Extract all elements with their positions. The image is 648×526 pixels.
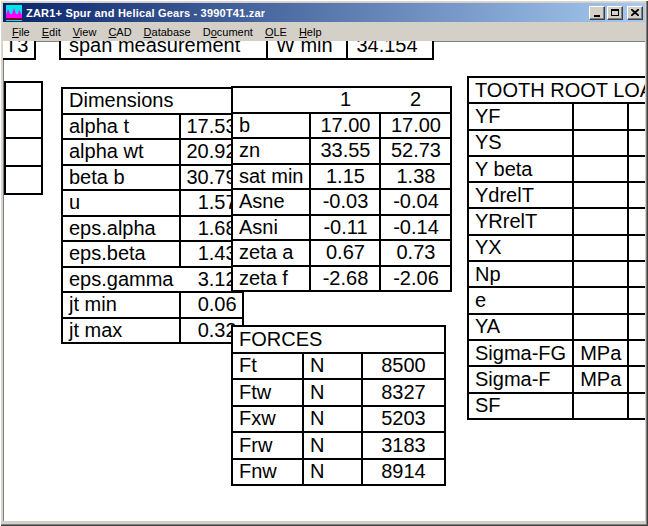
table-row: eps.alpha1.68 bbox=[62, 216, 243, 242]
table-row: FxwN5203 bbox=[232, 406, 445, 433]
window-controls bbox=[587, 6, 643, 20]
table-row: jt max0.32 bbox=[62, 318, 243, 344]
gear1-value: -0.11 bbox=[310, 215, 380, 241]
gear-comparison-table: 1 2 b17.0017.00 zn33.5552.73 sat min1.15… bbox=[231, 86, 452, 292]
row-unit bbox=[573, 261, 628, 287]
row-label: jt min bbox=[62, 292, 180, 318]
row-unit bbox=[573, 393, 628, 419]
title-bar[interactable]: ZAR1+ Spur and Helical Gears - 3990T41.z… bbox=[3, 3, 645, 22]
gear1-value: 1.15 bbox=[310, 164, 380, 190]
row-value: 1 bbox=[628, 235, 645, 261]
table-header-row: 1 2 bbox=[232, 87, 451, 113]
row-label: sat min bbox=[232, 164, 310, 190]
menu-label-pre: D bbox=[203, 26, 211, 38]
table-row bbox=[5, 82, 42, 110]
table-row: Np bbox=[468, 261, 645, 287]
gear2-value: -0.14 bbox=[380, 215, 451, 241]
menu-file[interactable]: File bbox=[6, 24, 36, 40]
table-row: SF1 bbox=[468, 393, 645, 419]
row-value: 0 bbox=[628, 156, 645, 182]
row-value: 8914 bbox=[362, 459, 445, 486]
app-window: ZAR1+ Spur and Helical Gears - 3990T41.z… bbox=[0, 0, 648, 526]
menu-label-post: iew bbox=[80, 26, 97, 38]
menu-label-post: atabase bbox=[152, 26, 191, 38]
forces-title: FORCES bbox=[232, 326, 445, 353]
table-row: FrwN3183 bbox=[232, 432, 445, 459]
gear2-value: 0.73 bbox=[380, 240, 451, 266]
table-row: jt min0.06 bbox=[62, 292, 243, 318]
row-unit: N bbox=[303, 353, 362, 380]
row-unit: N bbox=[303, 459, 362, 486]
row-label: Sigma-F bbox=[468, 366, 573, 392]
close-button[interactable] bbox=[627, 6, 643, 20]
gear2-value: -0.04 bbox=[380, 189, 451, 215]
row-label: beta b bbox=[62, 165, 180, 191]
clipped-left-column bbox=[4, 81, 43, 195]
gear2-value: 52.73 bbox=[380, 138, 451, 164]
empty-cell bbox=[5, 82, 42, 110]
row-value: 1 bbox=[628, 314, 645, 340]
row-label: Np bbox=[468, 261, 573, 287]
row-label: Sigma-FG bbox=[468, 340, 573, 366]
table-row: eps.gamma3.12 bbox=[62, 267, 243, 293]
row-label: u bbox=[62, 190, 180, 216]
window-title: ZAR1+ Spur and Helical Gears - 3990T41.z… bbox=[26, 7, 265, 19]
table-row: alpha t17.53 bbox=[62, 114, 243, 140]
table-row: e bbox=[468, 287, 645, 313]
menu-edit[interactable]: Edit bbox=[36, 24, 67, 40]
table-row bbox=[5, 110, 42, 138]
table-header-row: TOOTH ROOT LOAD bbox=[468, 77, 645, 103]
row-label: eps.alpha bbox=[62, 216, 180, 242]
gear2-header: 2 bbox=[380, 87, 451, 113]
row-label: zeta f bbox=[232, 266, 310, 292]
minimize-button[interactable] bbox=[589, 6, 605, 20]
menu-document[interactable]: Document bbox=[197, 24, 259, 40]
empty-header-cell bbox=[232, 87, 310, 113]
table-row: eps.beta1.43 bbox=[62, 241, 243, 267]
menu-view[interactable]: View bbox=[67, 24, 103, 40]
row-value: 8327 bbox=[362, 379, 445, 406]
row-value: 1 bbox=[628, 393, 645, 419]
gear2-value: 1.38 bbox=[380, 164, 451, 190]
table-row: YA1 bbox=[468, 314, 645, 340]
row-value: 3183 bbox=[362, 432, 445, 459]
gear-app-icon[interactable] bbox=[6, 5, 22, 21]
table-header-row: Dimensions bbox=[62, 88, 243, 114]
table-row: Sigma-FGMPa bbox=[468, 340, 645, 366]
table-row: YS2 bbox=[468, 130, 645, 156]
maximize-button[interactable] bbox=[607, 6, 623, 20]
menu-label-key: E bbox=[42, 26, 49, 38]
gear1-value: 17.00 bbox=[310, 113, 380, 139]
row-value: 1 bbox=[628, 103, 645, 129]
row-value: 5203 bbox=[362, 406, 445, 433]
table-row: beta b30.79 bbox=[62, 165, 243, 191]
row-label: YA bbox=[468, 314, 573, 340]
row-label: alpha wt bbox=[62, 139, 180, 165]
row-label: Ftw bbox=[232, 379, 303, 406]
menu-database[interactable]: Database bbox=[138, 24, 197, 40]
table-row: T3 bbox=[3, 41, 35, 59]
empty-cell bbox=[5, 138, 42, 166]
table-row bbox=[5, 138, 42, 166]
row-label: eps.beta bbox=[62, 241, 180, 267]
menu-help[interactable]: Help bbox=[293, 24, 328, 40]
table-row: Sigma-FMPa bbox=[468, 366, 645, 392]
row-unit bbox=[573, 103, 628, 129]
gear1-value: -0.03 bbox=[310, 189, 380, 215]
row-label: Y beta bbox=[468, 156, 573, 182]
row-unit: N bbox=[303, 379, 362, 406]
menu-cad[interactable]: CAD bbox=[102, 24, 137, 40]
forces-table: FORCES FtN8500 FtwN8327 FxwN5203 FrwN318… bbox=[231, 325, 446, 486]
menu-label-post: AD bbox=[116, 26, 131, 38]
row-label: YF bbox=[468, 103, 573, 129]
table-row: YRrelT0 bbox=[468, 208, 645, 234]
menu-ole[interactable]: OLE bbox=[259, 24, 293, 40]
row-unit bbox=[573, 314, 628, 340]
table-row: FnwN8914 bbox=[232, 459, 445, 486]
span-measurement-label: span measurement bbox=[60, 41, 267, 59]
table-row: Y beta0 bbox=[468, 156, 645, 182]
table-row: sat min1.151.38 bbox=[232, 164, 451, 190]
row-label: e bbox=[468, 287, 573, 313]
cell-t3: T3 bbox=[3, 41, 35, 59]
table-row: alpha wt20.92 bbox=[62, 139, 243, 165]
